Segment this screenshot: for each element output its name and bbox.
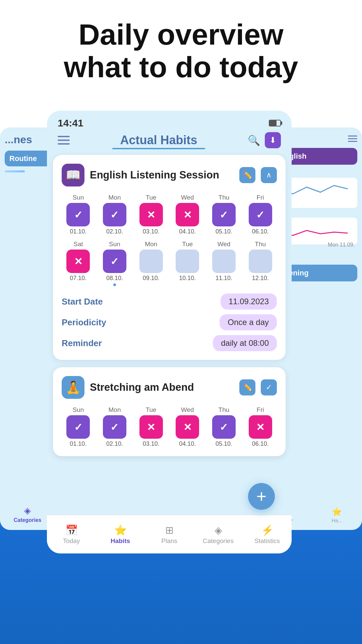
periodicity-value: Once a day <box>220 314 277 330</box>
day-btn-done[interactable]: ✓ <box>66 203 90 226</box>
cal-cell-thu-s[interactable]: Thu ✓ 05.10. <box>207 406 241 447</box>
reminder-label: Reminder <box>62 338 102 348</box>
start-date-label: Start Date <box>62 297 103 307</box>
edit-button-english[interactable]: ✏️ <box>239 167 255 183</box>
cal-cell-mon-1[interactable]: Mon ✓ 02.10. <box>98 194 131 235</box>
habits-nav-icon: ⭐ <box>114 524 127 536</box>
day-btn-done[interactable]: ✓ <box>212 415 236 439</box>
date-label: 06.10. <box>252 440 269 447</box>
right-nav-habits[interactable]: ⭐ Ha... <box>332 507 343 523</box>
cal-cell-thu-1[interactable]: Thu ✓ 05.10. <box>207 194 241 235</box>
day-label: Wed <box>218 240 231 248</box>
date-label: 06.10. <box>252 228 269 235</box>
day-btn-future[interactable] <box>212 250 236 273</box>
left-panel-title: ...nes <box>5 133 32 146</box>
cal-cell-tue-s[interactable]: Tue ✕ 03.10. <box>134 406 168 447</box>
day-btn-missed[interactable]: ✕ <box>249 415 272 439</box>
cal-cell-mon-2[interactable]: Mon 09.10. <box>134 240 168 286</box>
hero-title: Daily overview what to do today <box>0 0 362 94</box>
categories-label-left: Categories <box>14 517 42 523</box>
status-time: 14:41 <box>58 117 83 129</box>
nav-plans[interactable]: ⊞ Plans <box>145 524 194 545</box>
day-label: Sun <box>109 240 120 248</box>
stretching-icon-box: 🧘 <box>62 376 84 399</box>
day-label: Mon <box>109 194 121 201</box>
plans-nav-label: Plans <box>161 537 177 545</box>
categories-nav-label: Categories <box>203 537 234 545</box>
day-label: Thu <box>255 240 266 248</box>
habits-nav-label: Habits <box>111 537 130 545</box>
day-label: Tue <box>146 194 157 201</box>
current-dot <box>113 283 116 286</box>
cal-cell-tue-2[interactable]: Tue 10.10. <box>171 240 204 286</box>
edit-button-stretching[interactable]: ✏️ <box>239 379 255 395</box>
status-bar: 14:41 <box>47 111 292 132</box>
right-hamburger[interactable] <box>348 136 357 142</box>
day-label: Thu <box>219 406 230 414</box>
english-habit-title: English Listening Session <box>90 169 234 181</box>
statistics-nav-label: Statistics <box>254 537 280 545</box>
day-btn-missed[interactable]: ✕ <box>66 250 90 273</box>
day-label: Sun <box>72 194 84 201</box>
cal-cell-fri-1[interactable]: Fri ✓ 06.10. <box>244 194 277 235</box>
screen-title-text: Actual Habits <box>120 133 197 147</box>
habits-label-right: Ha... <box>332 518 343 523</box>
day-label: Fri <box>257 406 264 414</box>
date-label: 05.10. <box>216 228 232 235</box>
date-label: 11.10. <box>216 275 232 282</box>
day-label: Wed <box>181 194 194 201</box>
day-btn-done[interactable]: ✓ <box>103 415 126 439</box>
cal-cell-mon-s[interactable]: Mon ✓ 02.10. <box>98 406 131 447</box>
reminder-value: daily at 08:00 <box>213 335 277 351</box>
day-label: Thu <box>219 194 230 201</box>
day-btn-done[interactable]: ✓ <box>249 203 272 226</box>
fab-button[interactable]: + <box>248 483 275 510</box>
nav-habits[interactable]: ⭐ Habits <box>96 524 145 545</box>
day-btn-missed[interactable]: ✕ <box>139 415 163 439</box>
start-date-row: Start Date 11.09.2023 <box>62 293 277 310</box>
day-btn-future[interactable] <box>176 250 199 273</box>
expand-button-stretching[interactable]: ✓ <box>261 379 277 395</box>
cal-cell-thu-2[interactable]: Thu 12.10. <box>244 240 277 286</box>
day-btn-missed[interactable]: ✕ <box>176 415 199 439</box>
date-label: 03.10. <box>143 440 160 447</box>
cal-cell-sat-2[interactable]: Sat ✕ 07.10. <box>62 240 95 286</box>
nav-statistics[interactable]: ⚡ Statistics <box>243 524 292 545</box>
nav-today[interactable]: 📅 Today <box>47 524 96 545</box>
left-nav-categories[interactable]: ◈ Categories <box>14 505 42 523</box>
collapse-button-english[interactable]: ∧ <box>261 167 277 183</box>
download-button[interactable]: ⬇ <box>265 132 281 148</box>
cal-cell-wed-1[interactable]: Wed ✕ 04.10. <box>171 194 204 235</box>
cal-cell-fri-s[interactable]: Fri ✕ 06.10. <box>244 406 277 447</box>
day-label: Mon <box>145 240 157 248</box>
cal-cell-sun-s[interactable]: Sun ✓ 01.10. <box>62 406 95 447</box>
cal-cell-wed-s[interactable]: Wed ✕ 04.10. <box>171 406 204 447</box>
screen-title: Actual Habits <box>120 133 197 147</box>
search-button[interactable]: 🔍 <box>248 135 260 146</box>
nav-categories[interactable]: ◈ Categories <box>194 524 243 545</box>
battery-icon <box>269 120 281 126</box>
day-btn-done[interactable]: ✓ <box>103 203 126 226</box>
date-label: 03.10. <box>143 228 160 235</box>
cal-cell-sun-2[interactable]: Sun ✓ 08.10. <box>98 240 131 286</box>
day-btn-done[interactable]: ✓ <box>66 415 90 439</box>
date-label: 02.10. <box>106 228 123 235</box>
periodicity-row: Periodicity Once a day <box>62 314 277 330</box>
day-btn-missed[interactable]: ✕ <box>139 203 163 226</box>
habit-card-english: 📖 English Listening Session ✏️ ∧ Sun ✓ 0… <box>53 155 286 360</box>
day-btn-future[interactable] <box>249 250 272 273</box>
day-btn-done-current[interactable]: ✓ <box>103 250 126 273</box>
cal-cell-wed-2[interactable]: Wed 11.10. <box>207 240 241 286</box>
plans-nav-icon: ⊞ <box>165 524 174 536</box>
day-btn-done[interactable]: ✓ <box>212 203 236 226</box>
cal-cell-tue-1[interactable]: Tue ✕ 03.10. <box>134 194 168 235</box>
day-btn-future[interactable] <box>139 250 163 273</box>
hamburger-menu[interactable] <box>58 136 70 145</box>
date-label: 09.10. <box>143 275 160 282</box>
date-label: 02.10. <box>106 440 123 447</box>
day-btn-missed[interactable]: ✕ <box>176 203 199 226</box>
day-label: Fri <box>257 194 264 201</box>
cal-cell-sun-1[interactable]: Sun ✓ 01.10. <box>62 194 95 235</box>
start-date-value: 11.09.2023 <box>221 293 277 310</box>
reminder-row: Reminder daily at 08:00 <box>62 335 277 351</box>
